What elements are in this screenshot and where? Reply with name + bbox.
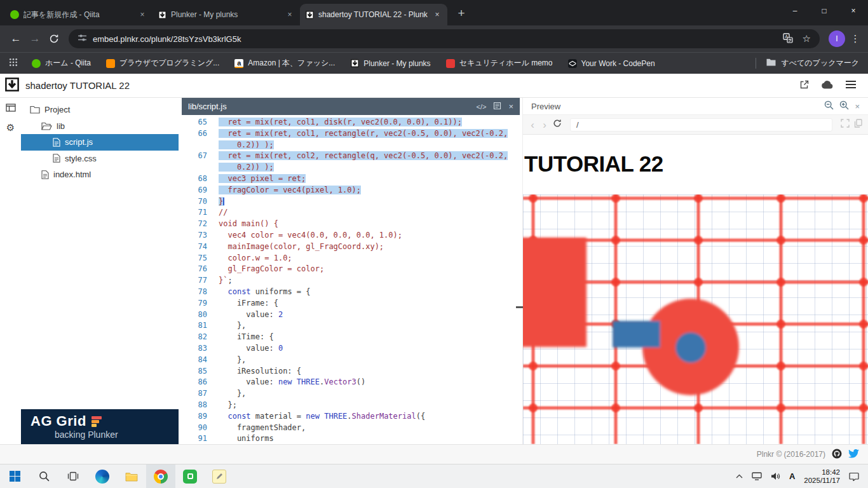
open-external-icon[interactable] <box>799 79 810 92</box>
code-line[interactable]: 91 uniforms <box>182 433 520 444</box>
plunker-logo[interactable] <box>5 78 19 94</box>
all-bookmarks-button[interactable]: すべてのブックマーク <box>756 58 859 69</box>
preview-content[interactable]: TUTORIAL 22 <box>523 135 868 444</box>
code-line[interactable]: 74 mainImage(color, gl_FragCoord.xy); <box>182 241 520 253</box>
browser-tab[interactable]: Plunker - My plunks× <box>153 4 300 25</box>
taskbar-search-icon[interactable] <box>29 464 58 488</box>
browser-tab[interactable]: shadertoy TUTORIAL 22 - Plunk× <box>300 4 447 25</box>
twitter-icon[interactable] <box>848 449 859 460</box>
code-line[interactable]: 80 value: 2 <box>182 309 520 321</box>
preview-copy-icon[interactable] <box>854 119 862 130</box>
tab-close-icon[interactable]: × <box>432 10 442 20</box>
back-button[interactable]: ← <box>6 29 25 48</box>
code-line[interactable]: 83 value: 0 <box>182 343 520 355</box>
preview-refresh-icon[interactable] <box>553 119 562 130</box>
cloud-save-icon[interactable] <box>821 80 834 92</box>
green-app-icon[interactable] <box>175 464 205 488</box>
close-button[interactable]: × <box>839 0 868 22</box>
docs-icon[interactable] <box>493 102 501 111</box>
code-line[interactable]: 69 fragColor = vec4(pixel, 1.0); <box>182 185 520 196</box>
code-line[interactable]: 73 vec4 color = vec4(0.0, 0.0, 0.0, 1.0)… <box>182 230 520 241</box>
bookmark-item[interactable]: セキュリティホール memo <box>446 58 553 69</box>
zoom-in-icon[interactable] <box>839 100 849 112</box>
code-line[interactable]: 87 }, <box>182 388 520 400</box>
notes-app-icon[interactable] <box>205 464 234 488</box>
tree-item-Project[interactable]: Project <box>21 102 179 118</box>
bookmark-star-icon[interactable]: ☆ <box>803 33 811 44</box>
code-line[interactable]: 65 ret = mix(ret, col1, disk(r, vec2(0.0… <box>182 117 520 128</box>
editor-close-icon[interactable]: × <box>508 102 513 111</box>
code-line[interactable]: 88 }; <box>182 400 520 411</box>
file-explorer-icon[interactable] <box>117 464 146 488</box>
address-bar[interactable]: embed.plnkr.co/plunk/28tsYzsVb3krlG5k A … <box>69 29 820 48</box>
new-tab-button[interactable]: + <box>454 6 469 20</box>
minimize-button[interactable]: – <box>780 0 810 22</box>
code-line[interactable]: 79 iFrame: { <box>182 298 520 309</box>
chrome-app-icon[interactable] <box>146 464 175 488</box>
profile-avatar[interactable]: I <box>829 30 845 47</box>
tray-chevron-icon[interactable] <box>736 474 743 478</box>
menu-hamburger-icon[interactable] <box>845 80 857 92</box>
tab-close-icon[interactable]: × <box>137 10 147 20</box>
task-view-icon[interactable] <box>58 464 88 488</box>
code-area[interactable]: 65 ret = mix(ret, col1, disk(r, vec2(0.0… <box>182 115 520 444</box>
tree-item-lib[interactable]: lib <box>21 118 179 135</box>
code-line[interactable]: 82 iTime: { <box>182 332 520 343</box>
preview-forward-icon[interactable]: › <box>541 119 548 130</box>
code-line[interactable]: 0.2)) ); <box>182 140 520 151</box>
zoom-out-icon[interactable] <box>824 100 834 112</box>
tab-close-icon[interactable]: × <box>285 10 295 20</box>
browser-menu-icon[interactable]: ⋮ <box>849 33 862 44</box>
preview-back-icon[interactable]: ‹ <box>529 119 536 130</box>
browser-tab[interactable]: 記事を新規作成 - Qiita× <box>5 4 153 25</box>
tree-item-index.html[interactable]: index.html <box>21 166 179 183</box>
bookmark-item[interactable]: aAmazon | 本、ファッシ... <box>234 58 335 69</box>
start-button[interactable] <box>0 464 29 488</box>
github-icon[interactable] <box>832 449 842 461</box>
display-icon[interactable] <box>752 472 762 480</box>
code-line[interactable]: 72void main() { <box>182 219 520 230</box>
code-line[interactable]: 76 gl_FragColor = color; <box>182 264 520 275</box>
project-panel-icon[interactable] <box>6 103 16 114</box>
volume-icon[interactable] <box>771 472 780 480</box>
code-line[interactable]: 0.2)) ); <box>182 162 520 173</box>
code-line[interactable]: 89 const material = new THREE.ShaderMate… <box>182 411 520 423</box>
site-info-icon[interactable] <box>78 33 87 44</box>
preview-expand-icon[interactable] <box>841 119 850 130</box>
bookmark-item[interactable]: Your Work - CodePen <box>568 59 655 68</box>
apps-grid-icon[interactable] <box>9 58 18 69</box>
settings-gear-icon[interactable]: ⚙ <box>6 123 15 132</box>
tree-item-script.js[interactable]: script.js <box>21 134 179 151</box>
preview-path-input[interactable]: / <box>570 118 832 132</box>
translate-icon[interactable]: A <box>783 33 793 45</box>
forward-button[interactable]: → <box>25 29 44 48</box>
maximize-button[interactable]: □ <box>810 0 839 22</box>
code-line[interactable]: 86 value: new THREE.Vector3() <box>182 377 520 388</box>
code-line[interactable]: 90 fragmentShader, <box>182 423 520 434</box>
ag-grid-ad[interactable]: AG Grid backing Plunker <box>21 409 179 444</box>
code-line[interactable]: 67 ret = mix(ret, col2, rectangle(q, vec… <box>182 151 520 162</box>
code-line[interactable]: 85 iResolution: { <box>182 366 520 377</box>
code-line[interactable]: 81 }, <box>182 320 520 332</box>
code-line[interactable]: 66 ret = mix(ret, col1, rectangle(r, vec… <box>182 128 520 140</box>
code-line[interactable]: 78 const uniforms = { <box>182 287 520 298</box>
code-line[interactable]: 71// <box>182 207 520 219</box>
tree-item-style.css[interactable]: style.css <box>21 151 179 167</box>
code-line[interactable]: 70} <box>182 196 520 208</box>
code-line[interactable]: 75 color.w = 1.0; <box>182 253 520 264</box>
ime-indicator[interactable]: A <box>789 471 795 481</box>
bookmark-item[interactable]: ホーム - Qiita <box>32 58 91 69</box>
bookmark-item[interactable]: ブラウザでプログラミング... <box>106 58 219 69</box>
main-area: ⚙ Projectlibscript.jsstyle.cssindex.html… <box>0 98 868 444</box>
clock[interactable]: 18:422025/11/17 <box>804 468 840 485</box>
reload-button[interactable] <box>44 29 64 48</box>
code-toggle-icon[interactable]: </> <box>477 103 487 111</box>
panel-splitter[interactable] <box>520 98 522 444</box>
code-line[interactable]: 77}`; <box>182 275 520 287</box>
edge-app-icon[interactable] <box>88 464 117 488</box>
code-line[interactable]: 68 vec3 pixel = ret; <box>182 173 520 185</box>
code-line[interactable]: 84 }, <box>182 355 520 366</box>
notifications-icon[interactable] <box>849 472 859 481</box>
preview-close-icon[interactable]: × <box>855 102 860 111</box>
bookmark-item[interactable]: Plunker - My plunks <box>350 59 430 68</box>
